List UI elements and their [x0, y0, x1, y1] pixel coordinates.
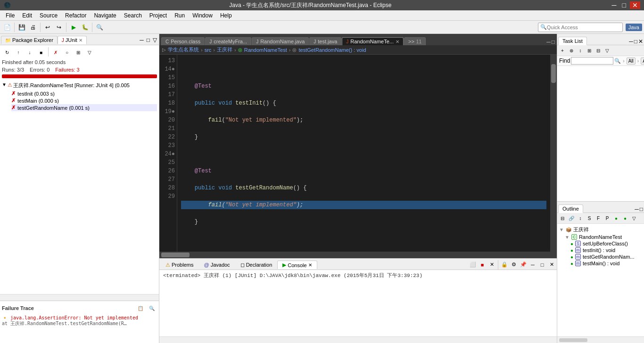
right-top-maximize-icon[interactable]: □ — [634, 38, 637, 45]
tab-declaration[interactable]: ◻ Declaration — [235, 261, 278, 269]
junit-item-testMain[interactable]: ✗ testMain (0.000 s) — [11, 97, 157, 104]
tab-create-my-fra[interactable]: J createMyFra... — [205, 37, 251, 45]
menu-edit[interactable]: Edit — [18, 12, 36, 19]
junit-item-testGetRandomName[interactable]: ✗ testGetRandomName (0.001 s) — [11, 104, 157, 111]
console-minimize-btn[interactable]: ─ — [528, 261, 537, 269]
tab-task-list[interactable]: Task List — [558, 37, 587, 45]
menu-file[interactable]: File — [2, 12, 18, 19]
find-activate-button[interactable]: Activat... — [641, 57, 644, 65]
outline-item-class[interactable]: ▼ C RandomNameTest — [565, 234, 642, 240]
junit-next-fail-btn[interactable]: ↓ — [25, 47, 35, 57]
code-content[interactable]: @Test public void testInit() { fail("Not… — [177, 55, 550, 252]
menu-run[interactable]: Run — [171, 12, 189, 19]
junit-stop-btn[interactable]: ■ — [36, 47, 46, 57]
menu-search[interactable]: Search — [120, 12, 146, 19]
outline-sort-btn[interactable]: ↕ — [576, 214, 585, 222]
task-new-btn[interactable]: + — [558, 46, 567, 55]
code-editor[interactable]: 13 14● 15 16 17 18 19● 20 21 22 23 24● 2… — [159, 55, 557, 252]
outline-settings-btn[interactable]: ▽ — [630, 214, 638, 222]
junit-hierarchy-btn[interactable]: ⊞ — [73, 47, 83, 57]
right-top-minimize-icon[interactable]: ─ — [629, 38, 633, 45]
hscroll-thumb[interactable] — [161, 253, 190, 257]
editor-maximize-icon[interactable]: □ — [552, 39, 555, 45]
java-perspective-button[interactable]: Java — [626, 24, 642, 31]
junit-show-failures-btn[interactable]: ✗ — [50, 47, 61, 57]
tab-more[interactable]: >> 11 — [404, 37, 426, 45]
maximize-panel-icon[interactable]: □ — [146, 37, 151, 43]
menu-refactor[interactable]: Refactor — [61, 12, 90, 19]
tab-junit-close[interactable]: ✕ — [79, 38, 83, 43]
outline-hide-fields-btn[interactable]: F — [594, 214, 603, 222]
bc-src[interactable]: src — [205, 47, 212, 53]
task-filter-btn[interactable]: ⊛ — [567, 46, 576, 55]
run-button[interactable]: ▶ — [68, 22, 79, 33]
task-sort-btn[interactable]: ↕ — [576, 46, 585, 55]
outline-dot2-btn[interactable]: ● — [621, 214, 629, 222]
tab-javadoc[interactable]: @ Javadoc — [198, 261, 235, 269]
scroll-thumb[interactable] — [551, 64, 556, 83]
task-settings-btn[interactable]: ▽ — [603, 46, 611, 55]
tab-person-class[interactable]: C Person.class — [161, 37, 205, 45]
tab-problems[interactable]: ⚠ Problems — [160, 261, 198, 269]
outline-dot-btn[interactable]: ● — [612, 214, 620, 222]
outline-hide-nonpublic-btn[interactable]: P — [603, 214, 611, 222]
maximize-button[interactable]: □ — [620, 1, 628, 9]
editor-horizontal-scrollbar[interactable] — [159, 252, 557, 258]
close-panel-icon[interactable]: ▽ — [152, 37, 158, 43]
tab-junit[interactable]: J JUnit ✕ — [58, 36, 87, 44]
outline-item-package[interactable]: ▼ 📦 王庆祥 — [559, 226, 642, 234]
search-button[interactable]: 🔍 — [94, 22, 105, 33]
left-panel-hscroll[interactable] — [0, 294, 159, 301]
bc-package[interactable]: 王庆祥 — [217, 46, 232, 53]
console-pin-btn[interactable]: 📌 — [519, 261, 528, 269]
debug-button[interactable]: 🐛 — [80, 22, 90, 33]
minimize-button[interactable]: ─ — [610, 1, 619, 9]
task-collapse-btn[interactable]: ⊟ — [594, 46, 603, 55]
bc-project[interactable]: 学生点名系统 — [168, 46, 199, 53]
console-stop-btn[interactable]: ■ — [478, 261, 487, 269]
menu-navigate[interactable]: Navigate — [90, 12, 120, 19]
quick-access-bar[interactable]: 🔍 — [538, 23, 623, 32]
task-group-btn[interactable]: ⊞ — [585, 46, 594, 55]
editor-vertical-scrollbar[interactable] — [550, 55, 557, 252]
tab-random-name-test-close[interactable]: ✕ — [396, 39, 399, 44]
menu-source[interactable]: Source — [36, 12, 61, 19]
save-button[interactable]: 💾 — [17, 22, 27, 33]
outline-hscroll[interactable] — [557, 336, 644, 343]
outline-item-testinit[interactable]: ● m testInit() : void — [570, 247, 642, 253]
bc-method[interactable]: testGetRandomName() : void — [298, 47, 366, 53]
junit-refresh-btn[interactable]: ↻ — [2, 47, 12, 57]
tab-random-name-java[interactable]: J RandomName.java — [252, 37, 309, 45]
outline-item-setup[interactable]: ● S setUpBeforeClass() — [570, 240, 642, 247]
console-panel-close-btn[interactable]: ✕ — [547, 261, 556, 269]
console-clear-btn[interactable]: ⬜ — [469, 261, 477, 269]
right-top-close-icon[interactable]: ✕ — [638, 38, 643, 45]
tab-outline[interactable]: Outline — [558, 204, 583, 213]
outline-hscroll-thumb[interactable] — [559, 338, 587, 342]
outline-hide-static-btn[interactable]: S — [585, 214, 594, 222]
find-input[interactable] — [571, 57, 613, 65]
console-settings-btn[interactable]: ⚙ — [510, 261, 518, 269]
console-scroll-lock-btn[interactable]: 🔒 — [500, 261, 509, 269]
tab-console[interactable]: ▶ Console ✕ — [277, 261, 317, 269]
outline-item-testmain[interactable]: ● m testMain() : void — [570, 260, 642, 267]
junit-prev-fail-btn[interactable]: ↑ — [13, 47, 24, 57]
redo-button[interactable]: ↪ — [54, 22, 64, 33]
menu-project[interactable]: Project — [146, 12, 171, 19]
tab-random-name-test[interactable]: J RandomNameTe... ✕ — [342, 37, 404, 45]
console-close-btn[interactable]: ✕ — [487, 261, 496, 269]
junit-item-testInit[interactable]: ✗ testInit (0.003 s) — [11, 90, 157, 97]
new-button[interactable]: 📄 — [2, 22, 12, 33]
tab-package-explorer[interactable]: 📁 Package Explorer — [1, 36, 58, 44]
right-bottom-maximize-icon[interactable]: □ — [640, 206, 643, 212]
menu-window[interactable]: Window — [189, 12, 216, 19]
tab-test-java[interactable]: J test.java — [309, 37, 341, 45]
console-maximize-btn[interactable]: □ — [538, 261, 546, 269]
outline-link-btn[interactable]: 🔗 — [567, 214, 576, 222]
trace-copy-btn[interactable]: 📋 — [135, 303, 146, 313]
tab-console-close[interactable]: ✕ — [308, 262, 312, 268]
menu-help[interactable]: Help — [216, 12, 236, 19]
junit-show-ignored-btn[interactable]: ○ — [62, 47, 72, 57]
editor-minimize-icon[interactable]: ─ — [546, 39, 551, 45]
close-button[interactable]: ✕ — [630, 1, 640, 9]
